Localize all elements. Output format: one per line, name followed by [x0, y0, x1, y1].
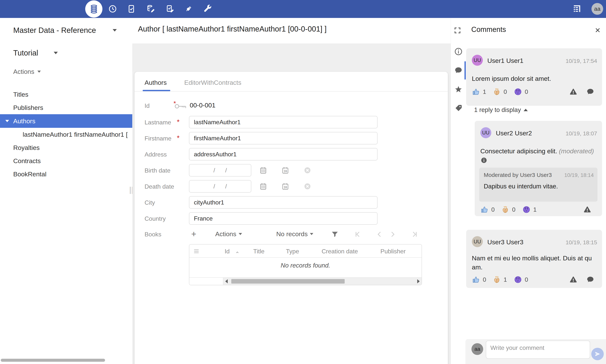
death-date-input[interactable]	[189, 180, 251, 193]
checklist-icon[interactable]	[127, 4, 136, 13]
birth-date-input[interactable]	[189, 164, 251, 177]
table-horizontal-scrollbar	[189, 277, 422, 285]
database-edit-icon[interactable]	[146, 4, 155, 13]
comments-panel-title: Comments	[471, 26, 506, 34]
sidebar-item-bookrental[interactable]: BookRental	[0, 168, 132, 181]
filter-icon[interactable]	[331, 230, 339, 239]
user-avatar[interactable]: aa	[592, 3, 603, 15]
like-reaction[interactable]: 0	[480, 205, 495, 214]
info-tab-icon[interactable]	[454, 47, 463, 56]
field-label-country: Country	[145, 215, 166, 222]
report-icon[interactable]	[569, 88, 578, 96]
books-pager-menu[interactable]: No records	[276, 230, 313, 238]
module-label: Tutorial	[13, 49, 38, 57]
column-header-creation-date[interactable]: Creation date	[322, 248, 358, 255]
field-label-birth-date: Birth date	[145, 167, 170, 174]
clap-reaction[interactable]: 0	[501, 205, 515, 214]
favorites-tab-icon[interactable]	[454, 85, 463, 94]
tab-authors[interactable]: Authors	[145, 79, 167, 86]
sidebar-item-publishers[interactable]: Publishers	[0, 101, 132, 114]
module-selector[interactable]: Tutorial	[13, 48, 89, 58]
chevron-down-icon	[37, 71, 41, 73]
firstname-input[interactable]	[189, 132, 377, 144]
calendar-picker-icon[interactable]	[259, 166, 267, 174]
comments-panel: Comments UU User1 User1 10/19, 17:54 Lor…	[451, 18, 606, 364]
workspace-selector[interactable]: Master Data - Reference	[13, 25, 127, 35]
lastname-input[interactable]	[189, 116, 377, 128]
clap-icon	[501, 205, 510, 214]
close-icon[interactable]	[594, 27, 601, 34]
expand-panel-icon[interactable]	[454, 27, 461, 34]
reply-card: UU User2 User2 10/19, 18:07 Consectetur …	[475, 121, 602, 216]
comments-tab-icon[interactable]	[454, 66, 463, 75]
country-input[interactable]	[189, 212, 377, 225]
scroll-left-icon[interactable]	[225, 279, 228, 283]
reply-toggle[interactable]: 1 reply to display	[474, 106, 528, 114]
primary-key-icon: *	[174, 102, 187, 110]
sidebar-item-contracts[interactable]: Contracts	[0, 154, 132, 168]
moderation-info-icon[interactable]	[480, 157, 487, 164]
clap-reaction[interactable]: 0	[493, 88, 507, 96]
form-list-icon[interactable]	[572, 4, 582, 14]
address-input[interactable]	[189, 148, 377, 160]
column-header-id[interactable]: Id	[225, 248, 230, 255]
previous-page-icon[interactable]	[376, 230, 384, 238]
chevron-down-icon	[54, 52, 58, 54]
sidebar-item-royalties[interactable]: Royalties	[0, 141, 132, 154]
sort-ascending-icon[interactable]	[234, 249, 240, 255]
calendar-today-icon[interactable]: 16	[281, 182, 289, 190]
clap-icon	[493, 88, 501, 96]
field-label-firstname: Firstname	[145, 135, 171, 142]
chevron-up-icon	[524, 109, 528, 111]
column-header-title[interactable]: Title	[253, 248, 264, 255]
comment-input[interactable]	[486, 341, 590, 359]
like-reaction[interactable]: 0	[472, 275, 486, 284]
scrollbar-thumb[interactable]	[231, 279, 345, 284]
field-label-death-date: Death date	[145, 183, 174, 190]
wrench-icon[interactable]	[203, 4, 212, 13]
clear-date-icon[interactable]	[303, 166, 311, 174]
scrollbar-track[interactable]	[223, 278, 422, 285]
column-header-type[interactable]: Type	[286, 248, 299, 255]
check-edit-icon[interactable]	[165, 4, 175, 13]
thumbs-up-icon	[472, 88, 480, 96]
calendar-today-icon[interactable]: 16	[281, 166, 289, 174]
chevron-down-icon	[239, 233, 242, 235]
add-book-button[interactable]: +	[191, 229, 196, 239]
sidebar-item-titles[interactable]: Titles	[0, 88, 132, 101]
clear-date-icon[interactable]	[303, 182, 311, 190]
sidebar-item-author-record[interactable]: lastNameAuthor1 firstNameAuthor1 [	[0, 128, 132, 141]
next-page-icon[interactable]	[389, 230, 396, 238]
row-menu-icon[interactable]	[193, 247, 200, 255]
last-page-icon[interactable]	[411, 230, 419, 238]
report-icon[interactable]	[583, 205, 592, 214]
reply-icon[interactable]	[586, 88, 594, 96]
city-input[interactable]	[189, 196, 377, 209]
sidebar-actions-menu[interactable]: Actions	[13, 67, 41, 76]
column-header-publisher[interactable]: Publisher	[380, 248, 405, 255]
thinking-reaction[interactable]: 1	[522, 205, 537, 214]
calendar-picker-icon[interactable]	[259, 182, 267, 190]
like-reaction[interactable]: 1	[472, 88, 486, 96]
scroll-right-icon[interactable]	[417, 279, 420, 283]
required-marker: *	[177, 134, 179, 142]
report-icon[interactable]	[569, 275, 578, 284]
sidebar-horizontal-scrollbar[interactable]	[1, 359, 105, 362]
send-comment-button[interactable]	[591, 348, 604, 360]
tab-editorwithcontracts[interactable]: EditorWithContracts	[184, 79, 241, 86]
field-label-id: Id	[145, 102, 150, 109]
reply-icon[interactable]	[586, 275, 594, 284]
thinking-reaction[interactable]: 0	[514, 275, 528, 284]
sidebar-item-authors[interactable]: Authors	[0, 114, 132, 128]
plug-icon[interactable]	[184, 4, 193, 13]
books-actions-menu[interactable]: Actions	[215, 230, 242, 238]
field-label-address: Address	[145, 151, 167, 158]
comment-text: Lorem ipsum dolor sit amet.	[472, 74, 551, 83]
thinking-reaction[interactable]: 0	[514, 88, 528, 96]
active-app-circle[interactable]	[85, 0, 102, 18]
history-clock-icon[interactable]	[108, 4, 117, 13]
clap-reaction[interactable]: 1	[493, 275, 507, 284]
moderation-title: Moderated by User3 User3	[484, 172, 552, 178]
tags-tab-icon[interactable]	[454, 104, 463, 113]
first-page-icon[interactable]	[353, 230, 361, 238]
